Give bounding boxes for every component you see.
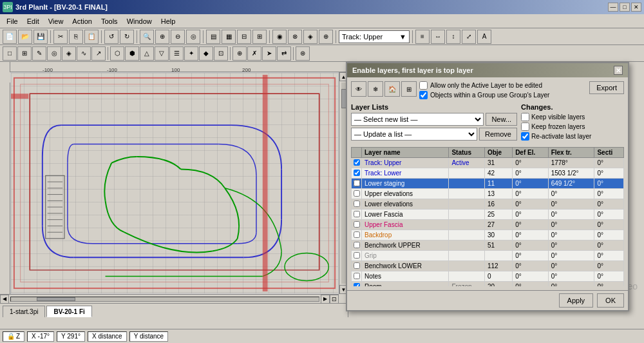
toolbar-btn-25[interactable]: A [477, 30, 491, 44]
dialog-tool-3[interactable]: 🏠 [384, 81, 400, 97]
layer-table-row[interactable]: Notes 0 0° 0° 0° [352, 271, 624, 282]
tab-bv20[interactable]: BV-20-1 Fi [46, 306, 91, 317]
t2-btn-3[interactable]: ✎ [32, 46, 46, 61]
toolbar-btn-13[interactable]: ▤ [206, 30, 220, 44]
toolbar-btn-1[interactable]: 📄 [3, 30, 17, 44]
t2-btn-20[interactable]: ⊛ [296, 46, 310, 61]
dialog-tool-2[interactable]: ❄ [368, 81, 383, 97]
t2-btn-10[interactable]: △ [140, 46, 154, 61]
row-checkbox-cell[interactable] [352, 230, 362, 240]
allow-active-checkbox[interactable] [419, 81, 428, 90]
toolbar-btn-22[interactable]: ↔ [431, 30, 445, 44]
tab-start[interactable]: 1-start.3pi [3, 306, 45, 317]
apply-button[interactable]: Apply [559, 293, 594, 308]
horizontal-scrollbar[interactable]: ◀ ▶ ⊡ [0, 294, 339, 303]
dialog-tool-4[interactable]: ⊞ [401, 81, 417, 97]
toolbar-btn-20[interactable]: ⊕ [319, 30, 333, 44]
t2-btn-17[interactable]: ✗ [247, 46, 261, 61]
toolbar-btn-6[interactable]: 📋 [84, 30, 99, 44]
track-layer-dropdown[interactable]: Track: Upper ▼ [339, 30, 410, 43]
layer-table-row[interactable]: Track: Lower 42 0° 1503 1/2° 0° [352, 168, 624, 179]
remove-list-button[interactable]: Remove [479, 128, 517, 141]
t2-btn-12[interactable]: ☰ [169, 46, 184, 61]
objects-group-checkbox[interactable] [419, 91, 428, 99]
toolbar-btn-5[interactable]: ⎘ [69, 30, 83, 44]
t2-btn-14[interactable]: ◆ [199, 46, 213, 61]
layer-table-row[interactable]: Upper Fascia 27 0° 0° 0° [352, 220, 624, 230]
toolbar-btn-21[interactable]: ≡ [415, 30, 430, 44]
toolbar-btn-14[interactable]: ▦ [222, 30, 236, 44]
layer-checkbox[interactable] [354, 211, 360, 217]
t2-btn-13[interactable]: ✦ [184, 46, 198, 61]
canvas-grid[interactable] [10, 72, 339, 294]
toolbar-btn-3[interactable]: 💾 [33, 30, 48, 44]
t2-btn-2[interactable]: ⊞ [17, 46, 32, 61]
toolbar-btn-2[interactable]: 📂 [18, 30, 32, 44]
layer-checkbox[interactable] [354, 221, 360, 228]
row-checkbox-cell[interactable] [352, 282, 362, 287]
layer-table-row[interactable]: Lower elevations 16 0° 0° 0° [352, 199, 624, 210]
t2-btn-15[interactable]: ⊡ [214, 46, 228, 61]
menu-file[interactable]: File [3, 16, 22, 26]
row-checkbox-cell[interactable] [352, 251, 362, 261]
toolbar-btn-4[interactable]: ✂ [53, 30, 68, 44]
row-checkbox-cell[interactable] [352, 189, 362, 199]
layer-checkbox[interactable] [354, 283, 360, 287]
menu-edit[interactable]: Edit [23, 16, 43, 26]
t2-btn-5[interactable]: ◈ [62, 46, 76, 61]
layer-checkbox[interactable] [354, 170, 360, 176]
minimize-button[interactable]: — [608, 3, 618, 12]
layer-checkbox[interactable] [354, 159, 360, 166]
toolbar-btn-9[interactable]: 🔍 [140, 30, 154, 44]
toolbar-btn-23[interactable]: ↕ [446, 30, 460, 44]
keep-frozen-checkbox[interactable] [521, 122, 529, 131]
update-list-dropdown[interactable]: — Update a list — [351, 128, 477, 141]
t2-btn-9[interactable]: ⬢ [125, 46, 139, 61]
layer-checkbox[interactable] [354, 180, 360, 186]
export-button[interactable]: Export [589, 81, 624, 94]
new-list-button[interactable]: New... [486, 113, 517, 126]
keep-visible-checkbox[interactable] [521, 113, 529, 121]
menu-view[interactable]: View [44, 16, 68, 26]
menu-help[interactable]: Help [157, 16, 180, 26]
corner-btn[interactable]: ⊡ [330, 295, 339, 304]
menu-action[interactable]: Action [68, 16, 96, 26]
t2-btn-16[interactable]: ⊕ [232, 46, 247, 61]
toolbar-btn-10[interactable]: ⊕ [155, 30, 169, 44]
toolbar-btn-12[interactable]: ◎ [186, 30, 200, 44]
dialog-tool-1[interactable]: 👁 [351, 81, 366, 97]
scroll-right-btn[interactable]: ▶ [321, 295, 330, 304]
row-checkbox-cell[interactable] [352, 168, 362, 179]
toolbar-btn-16[interactable]: ⊞ [252, 30, 267, 44]
row-checkbox-cell[interactable] [352, 199, 362, 210]
t2-btn-1[interactable]: □ [3, 46, 17, 61]
t2-btn-19[interactable]: ⇄ [277, 46, 291, 61]
layer-checkbox[interactable] [354, 242, 360, 248]
row-checkbox-cell[interactable] [352, 271, 362, 282]
row-checkbox-cell[interactable] [352, 179, 362, 189]
layer-table-row[interactable]: Track: Upper Active 31 0° 1778° 0° [352, 158, 624, 168]
row-checkbox-cell[interactable] [352, 240, 362, 251]
t2-btn-4[interactable]: ◎ [47, 46, 61, 61]
row-checkbox-cell[interactable] [352, 210, 362, 220]
t2-btn-18[interactable]: ➤ [262, 46, 276, 61]
menu-window[interactable]: Window [123, 16, 156, 26]
row-checkbox-cell[interactable] [352, 158, 362, 168]
layer-checkbox[interactable] [354, 252, 360, 259]
layer-checkbox[interactable] [354, 262, 360, 269]
scroll-left-btn[interactable]: ◀ [0, 295, 9, 304]
t2-btn-8[interactable]: ⬡ [110, 46, 124, 61]
select-list-dropdown[interactable]: — Select new list — [351, 113, 484, 126]
toolbar-btn-11[interactable]: ⊖ [171, 30, 185, 44]
t2-btn-6[interactable]: ∿ [77, 46, 91, 61]
layer-table-row[interactable]: Backdrop 30 0° 0° 0° [352, 230, 624, 240]
layer-table-row[interactable]: Grip 0° 0° 0° [352, 251, 624, 261]
layer-table-row[interactable]: Benchwork UPPER 51 0° 0° 0° [352, 240, 624, 251]
toolbar-btn-18[interactable]: ⊗ [288, 30, 302, 44]
layer-table-row[interactable]: Lower Fascia 25 0° 0° 0° [352, 210, 624, 220]
layer-table-row[interactable]: Room Frozen 20 0° 0° 0° [352, 282, 624, 287]
toolbar-btn-8[interactable]: ↻ [120, 30, 134, 44]
row-checkbox-cell[interactable] [352, 261, 362, 271]
layer-table-row[interactable]: Upper elevations 13 0° 0° 0° [352, 189, 624, 199]
close-button[interactable]: ✕ [631, 3, 641, 12]
